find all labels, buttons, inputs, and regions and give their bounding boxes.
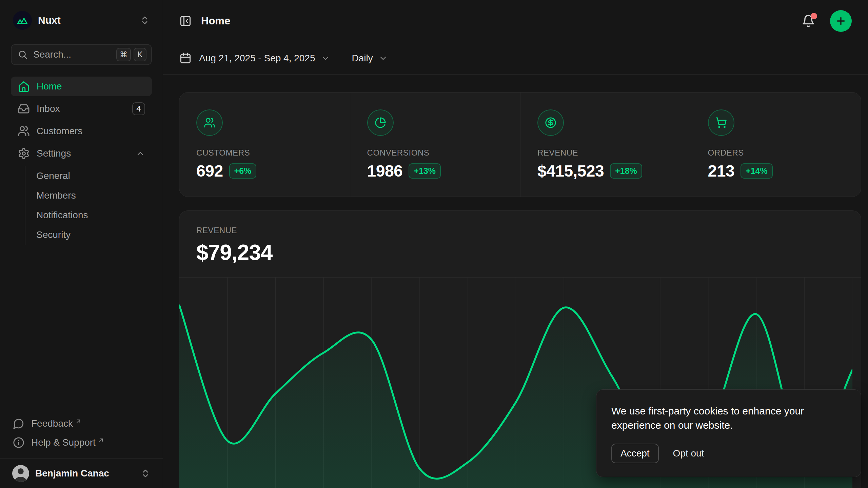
inbox-count-badge: 4 [132,102,145,115]
search-shortcut: ⌘ K [116,48,146,61]
page-header: Home [163,0,868,42]
workspace-selector[interactable]: Nuxt [11,9,152,31]
date-range-picker[interactable]: Aug 21, 2025 - Sep 4, 2025 [179,52,330,64]
cookie-message: We use first-party cookies to enhance yo… [611,404,846,432]
sidebar-item-label: Inbox [37,103,60,114]
granularity-select[interactable]: Daily [352,53,388,64]
settings-subnav: General Members Notifications Security [25,166,152,245]
message-bubble-icon [13,418,24,429]
subnav-label: Notifications [36,210,88,221]
subnav-label: Security [36,229,71,240]
granularity-value: Daily [352,53,373,64]
chevron-down-icon [378,54,388,63]
stat-label: ORDERS [708,148,844,158]
stat-customers[interactable]: CUSTOMERS 692 +6% [179,93,350,197]
kbd-cmd: ⌘ [116,48,131,61]
filters-toolbar: Aug 21, 2025 - Sep 4, 2025 Daily [163,42,868,75]
stat-value: $415,523 [537,162,604,180]
page-title: Home [201,15,230,27]
subnav-label: General [36,170,70,181]
sidebar-item-settings[interactable]: Settings [11,144,152,163]
sidebar-item-label: Home [37,81,62,92]
accept-cookies-button[interactable]: Accept [611,444,659,463]
avatar [12,465,29,482]
search-icon [18,49,28,60]
users-icon [196,109,223,136]
chevrons-up-down-icon [140,468,151,479]
notifications-button[interactable] [800,12,817,30]
sidebar-item-notifications[interactable]: Notifications [25,205,152,225]
calendar-icon [179,52,192,64]
stat-delta-badge: +14% [741,163,773,179]
external-link-icon [98,437,104,444]
external-link-icon [75,418,82,425]
pie-chart-icon [367,109,394,136]
nuxt-logo-icon [13,11,32,30]
sidebar-item-customers[interactable]: Customers [11,121,152,141]
circle-dollar-icon [537,109,564,136]
users-icon [18,125,30,137]
sidebar-item-security[interactable]: Security [25,225,152,245]
kbd-k: K [134,48,146,61]
sidebar-item-label: Settings [37,148,71,159]
stat-label: REVENUE [537,148,674,158]
home-icon [18,80,30,93]
user-menu[interactable]: Benjamin Canac [0,458,163,488]
collapse-sidebar-button[interactable] [179,15,192,27]
inbox-icon [18,103,30,115]
gear-icon [18,147,30,160]
cookie-actions: Accept Opt out [611,444,846,463]
search-input[interactable]: Search... ⌘ K [11,44,152,65]
sidebar-item-members[interactable]: Members [25,186,152,205]
chevron-down-icon [321,54,330,63]
revenue-chart-total: $79,234 [196,240,844,265]
stat-label: CONVERSIONS [367,148,504,158]
shopping-cart-icon [708,109,734,136]
revenue-chart-label: REVENUE [196,226,844,235]
sidebar-item-general[interactable]: General [25,166,152,186]
header-actions [800,10,852,32]
feedback-link[interactable]: Feedback [11,414,152,433]
chevrons-up-down-icon [140,15,150,25]
info-circle-icon [13,437,24,448]
stat-value: 692 [196,162,223,180]
stat-value: 1986 [367,162,403,180]
footer-link-label: Feedback [31,418,73,429]
optout-cookies-button[interactable]: Opt out [673,448,704,459]
stat-delta-badge: +18% [610,163,642,179]
subnav-label: Members [36,190,76,201]
app-name: Nuxt [38,15,61,26]
notification-dot [811,13,817,19]
date-range-value: Aug 21, 2025 - Sep 4, 2025 [199,53,315,64]
stats-overview: CUSTOMERS 692 +6% CONVERSIONS 1986 +13% [179,92,861,197]
help-support-link[interactable]: Help & Support [11,433,152,452]
stat-revenue[interactable]: REVENUE $415,523 +18% [520,93,691,197]
sidebar-footer-links: Feedback Help & Support [11,414,152,458]
sidebar-spacer [11,245,152,414]
search-placeholder: Search... [33,49,71,60]
stat-delta-badge: +6% [229,163,257,179]
stat-value: 213 [708,162,735,180]
sidebar-item-inbox[interactable]: Inbox 4 [11,99,152,119]
sidebar: Nuxt Search... ⌘ K Home [0,0,163,488]
add-button[interactable] [830,10,852,32]
stat-orders[interactable]: ORDERS 213 +14% [691,93,861,197]
footer-link-label: Help & Support [31,437,96,448]
stat-delta-badge: +13% [409,163,441,179]
stat-conversions[interactable]: CONVERSIONS 1986 +13% [350,93,520,197]
sidebar-nav: Home Inbox 4 Customers [11,77,152,245]
cookie-banner: We use first-party cookies to enhance yo… [596,389,861,477]
user-name: Benjamin Canac [35,468,109,479]
sidebar-item-label: Customers [37,126,82,137]
chevron-up-icon [136,149,145,158]
sidebar-item-home[interactable]: Home [11,77,152,96]
stat-label: CUSTOMERS [196,148,333,158]
main-panel: Home Aug 21, 2025 - Sep 4, 2025 [163,0,868,488]
revenue-chart-header: REVENUE $79,234 [179,211,861,277]
